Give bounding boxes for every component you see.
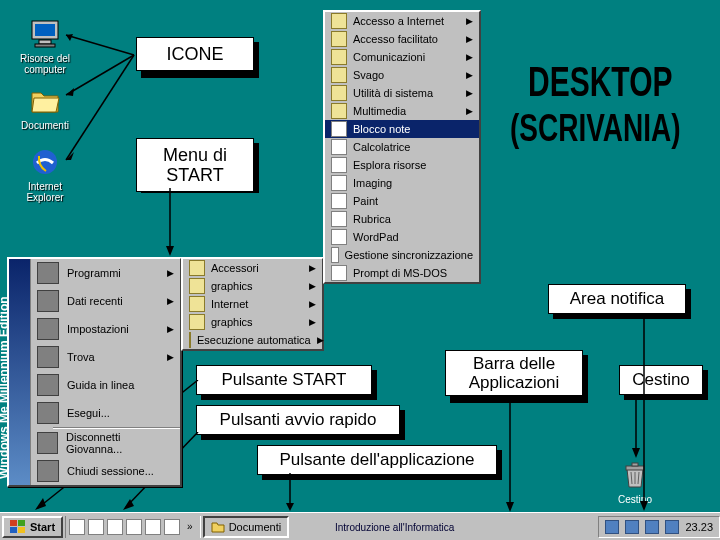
tray-icon[interactable] [625, 520, 639, 534]
menu-label: Esegui... [67, 407, 110, 419]
submenu-item[interactable]: Accesso a Internet▶ [325, 12, 479, 30]
submenu-item[interactable]: Esplora risorse [325, 156, 479, 174]
folder-icon [189, 296, 205, 312]
submenu-accessori: Accesso a Internet▶ Accesso facilitato▶ … [323, 10, 481, 284]
logoff-icon [37, 432, 58, 454]
submenu-item[interactable]: Accessori▶ [183, 259, 322, 277]
folder-icon [189, 332, 191, 348]
callout-text: Menu di START [163, 145, 227, 185]
chevron-right-icon: ▶ [309, 299, 316, 309]
submenu-item[interactable]: Gestione sincronizzazione [325, 246, 479, 264]
tray-icon[interactable] [665, 520, 679, 534]
svg-marker-14 [35, 498, 46, 510]
menu-label: Programmi [67, 267, 121, 279]
arrow-line [160, 188, 180, 258]
start-item-disconnect[interactable]: Disconnetti Giovanna... [31, 429, 180, 457]
sync-icon [331, 247, 339, 263]
callout-text: ICONE [166, 44, 223, 64]
start-item-programmi[interactable]: Programmi▶ [31, 259, 180, 287]
quick-launch-icon[interactable] [88, 519, 104, 535]
quick-launch-icon[interactable] [164, 519, 180, 535]
svg-rect-2 [39, 40, 51, 44]
wordart-line1: DESKTOP [528, 58, 672, 106]
computer-icon [29, 18, 61, 50]
msdos-icon [331, 265, 347, 281]
menu-label: Esecuzione automatica [197, 334, 311, 346]
quick-launch-icon[interactable] [69, 519, 85, 535]
submenu-item[interactable]: Accesso facilitato▶ [325, 30, 479, 48]
start-button[interactable]: Start [2, 516, 63, 538]
submenu-item-blocconote[interactable]: Blocco note [325, 120, 479, 138]
quick-launch: » [65, 516, 201, 538]
folder-icon [331, 103, 347, 119]
callout-icone: ICONE [136, 37, 254, 71]
submenu-item[interactable]: Esecuzione automatica▶ [183, 331, 322, 349]
shutdown-icon [37, 460, 59, 482]
recent-icon [37, 290, 59, 312]
submenu-item[interactable]: Prompt di MS-DOS [325, 264, 479, 282]
chevron-expand-icon[interactable]: » [183, 521, 197, 532]
arrow-line [500, 398, 520, 513]
submenu-item[interactable]: graphics▶ [183, 313, 322, 331]
quick-launch-icon[interactable] [107, 519, 123, 535]
start-item-esegui[interactable]: Esegui... [31, 399, 180, 427]
callout-pulsante-app: Pulsante dell'applicazione [257, 445, 497, 475]
menu-label: Comunicazioni [353, 51, 425, 63]
callout-cestino: Cestino [619, 365, 703, 395]
taskbar-app-button[interactable]: Documenti [203, 516, 290, 538]
start-item-trova[interactable]: Trova▶ [31, 343, 180, 371]
submenu-item[interactable]: Calcolatrice [325, 138, 479, 156]
submenu-item[interactable]: Multimedia▶ [325, 102, 479, 120]
submenu-item[interactable]: Paint [325, 192, 479, 210]
menu-label: Accesso facilitato [353, 33, 438, 45]
folder-icon [331, 13, 347, 29]
wordart-line2: (SCRIVANIA) [510, 106, 681, 151]
quick-launch-icon[interactable] [145, 519, 161, 535]
clock[interactable]: 23.23 [685, 521, 713, 533]
submenu-item[interactable]: graphics▶ [183, 277, 322, 295]
calc-icon [331, 139, 347, 155]
svg-marker-20 [506, 502, 514, 512]
submenu-item[interactable]: Utilità di sistema▶ [325, 84, 479, 102]
start-item-recenti[interactable]: Dati recenti▶ [31, 287, 180, 315]
menu-label: Trova [67, 351, 95, 363]
callout-barra-app: Barra delle Applicazioni [445, 350, 583, 396]
submenu-item[interactable]: Internet▶ [183, 295, 322, 313]
quick-launch-icon[interactable] [126, 519, 142, 535]
folder-icon [189, 260, 205, 276]
windows-logo-icon [10, 520, 26, 534]
start-item-shutdown[interactable]: Chiudi sessione... [31, 457, 180, 485]
chevron-right-icon: ▶ [466, 34, 473, 44]
submenu-item[interactable]: WordPad [325, 228, 479, 246]
menu-label: graphics [211, 316, 253, 328]
menu-label: Paint [353, 195, 378, 207]
menu-label: Gestione sincronizzazione [345, 249, 473, 261]
run-icon [37, 402, 59, 424]
chevron-right-icon: ▶ [466, 70, 473, 80]
start-item-impostazioni[interactable]: Impostazioni▶ [31, 315, 180, 343]
menu-label: Calcolatrice [353, 141, 410, 153]
svg-marker-8 [66, 88, 74, 96]
submenu-item[interactable]: Svago▶ [325, 66, 479, 84]
svg-marker-22 [640, 501, 648, 511]
tray-icon[interactable] [605, 520, 619, 534]
svg-rect-33 [18, 527, 25, 533]
tray-icon[interactable] [645, 520, 659, 534]
menu-label: WordPad [353, 231, 399, 243]
folder-icon [189, 278, 205, 294]
arrow-line [626, 394, 646, 464]
chevron-right-icon: ▶ [167, 268, 174, 278]
chevron-right-icon: ▶ [167, 352, 174, 362]
desktop-icon-label: Internet Explorer [10, 181, 80, 203]
notepad-icon [331, 121, 347, 137]
menu-label: Svago [353, 69, 384, 81]
chevron-right-icon: ▶ [466, 106, 473, 116]
menu-label: Blocco note [353, 123, 410, 135]
submenu-item[interactable]: Imaging [325, 174, 479, 192]
chevron-right-icon: ▶ [167, 296, 174, 306]
paint-icon [331, 193, 347, 209]
start-item-guida[interactable]: Guida in linea [31, 371, 180, 399]
submenu-item[interactable]: Comunicazioni▶ [325, 48, 479, 66]
svg-rect-31 [18, 520, 25, 526]
submenu-item[interactable]: Rubrica [325, 210, 479, 228]
